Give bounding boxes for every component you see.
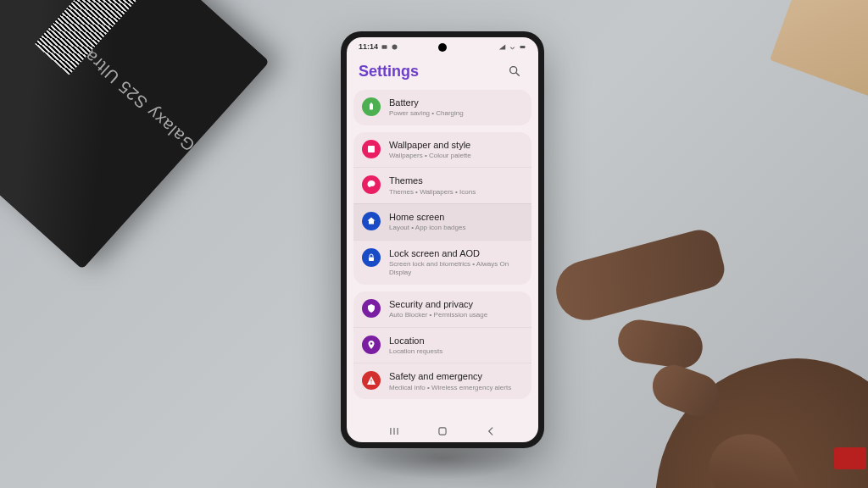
back-button[interactable] xyxy=(482,423,499,440)
shield-icon xyxy=(362,299,381,318)
phone-screen: 11:14 Setting xyxy=(347,37,538,442)
status-time: 11:14 xyxy=(359,42,378,51)
settings-item-title: Themes xyxy=(389,175,523,186)
svg-rect-10 xyxy=(371,380,372,382)
settings-item-home-screen[interactable]: Home screen Layout • App icon badges xyxy=(353,203,531,240)
wood-prop xyxy=(770,0,868,103)
settings-item-title: Security and privacy xyxy=(389,298,523,310)
settings-item-title: Lock screen and AOD xyxy=(389,247,523,259)
svg-rect-0 xyxy=(382,45,387,49)
settings-item-security[interactable]: Security and privacy Auto Blocker • Perm… xyxy=(353,291,531,327)
settings-item-emergency[interactable]: Safety and emergency Medical info • Wire… xyxy=(353,363,531,399)
red-card-prop xyxy=(834,447,866,469)
emergency-icon xyxy=(362,371,381,390)
recents-button[interactable] xyxy=(386,423,403,440)
settings-item-lock-screen[interactable]: Lock screen and AOD Screen lock and biom… xyxy=(353,240,531,285)
settings-item-title: Wallpaper and style xyxy=(389,139,523,151)
settings-item-subtitle: Screen lock and biometrics • Always On D… xyxy=(389,260,523,278)
home-icon xyxy=(362,212,381,230)
settings-group: Security and privacy Auto Blocker • Perm… xyxy=(353,291,531,399)
wifi-icon xyxy=(509,43,516,51)
location-icon xyxy=(362,336,381,354)
settings-item-title: Battery xyxy=(389,97,523,108)
settings-item-subtitle: Auto Blocker • Permission usage xyxy=(389,311,523,319)
battery-icon xyxy=(362,97,381,116)
home-nav-icon xyxy=(437,425,448,437)
settings-item-title: Home screen xyxy=(389,211,523,223)
hand-prop xyxy=(512,141,868,488)
svg-rect-5 xyxy=(370,104,373,110)
product-box-prop: Galaxy S25 Ultra xyxy=(0,0,270,269)
themes-icon xyxy=(362,175,381,194)
back-icon xyxy=(485,425,497,437)
lock-icon xyxy=(362,248,381,267)
product-name: Galaxy S25 Ultra xyxy=(81,46,199,155)
svg-rect-2 xyxy=(520,46,526,48)
page-title: Settings xyxy=(359,63,419,80)
home-button[interactable] xyxy=(434,423,451,440)
settings-item-subtitle: Themes • Wallpapers • Icons xyxy=(389,188,523,197)
settings-item-themes[interactable]: Themes Themes • Wallpapers • Icons xyxy=(353,167,531,203)
settings-group: Wallpaper and style Wallpapers • Colour … xyxy=(353,132,531,285)
search-icon xyxy=(508,64,521,78)
settings-item-wallpaper[interactable]: Wallpaper and style Wallpapers • Colour … xyxy=(353,132,531,168)
svg-rect-15 xyxy=(439,428,446,435)
svg-rect-6 xyxy=(370,103,372,105)
svg-rect-8 xyxy=(369,257,374,261)
svg-point-3 xyxy=(510,67,517,74)
search-button[interactable] xyxy=(503,59,526,83)
svg-point-1 xyxy=(392,44,398,49)
settings-item-title: Location xyxy=(389,335,523,347)
settings-item-battery[interactable]: Battery Power saving • Charging xyxy=(353,90,531,125)
settings-item-title: Safety and emergency xyxy=(389,370,523,382)
settings-item-subtitle: Layout • App icon badges xyxy=(389,224,523,232)
battery-status-icon xyxy=(519,43,526,51)
notification-icon xyxy=(381,43,388,51)
settings-group: Battery Power saving • Charging xyxy=(353,90,531,125)
wallpaper-icon xyxy=(362,140,381,158)
settings-item-subtitle: Location requests xyxy=(389,347,523,356)
svg-rect-11 xyxy=(371,383,372,384)
navigation-bar xyxy=(347,420,538,442)
recents-icon xyxy=(388,425,400,437)
phone-frame: 11:14 Setting xyxy=(341,31,544,448)
svg-point-9 xyxy=(370,342,373,345)
settings-item-subtitle: Medical info • Wireless emergency alerts xyxy=(389,384,523,392)
settings-item-subtitle: Power saving • Charging xyxy=(389,109,523,118)
svg-rect-7 xyxy=(368,146,375,152)
status-bar: 11:14 xyxy=(347,37,538,56)
settings-list[interactable]: Battery Power saving • Charging Wallpape… xyxy=(347,90,538,420)
settings-header: Settings xyxy=(347,56,538,90)
settings-item-subtitle: Wallpapers • Colour palette xyxy=(389,152,523,160)
settings-item-location[interactable]: Location Location requests xyxy=(353,327,531,363)
svg-line-4 xyxy=(516,73,519,75)
signal-icon xyxy=(498,43,506,51)
notification-icon-2 xyxy=(391,43,398,51)
